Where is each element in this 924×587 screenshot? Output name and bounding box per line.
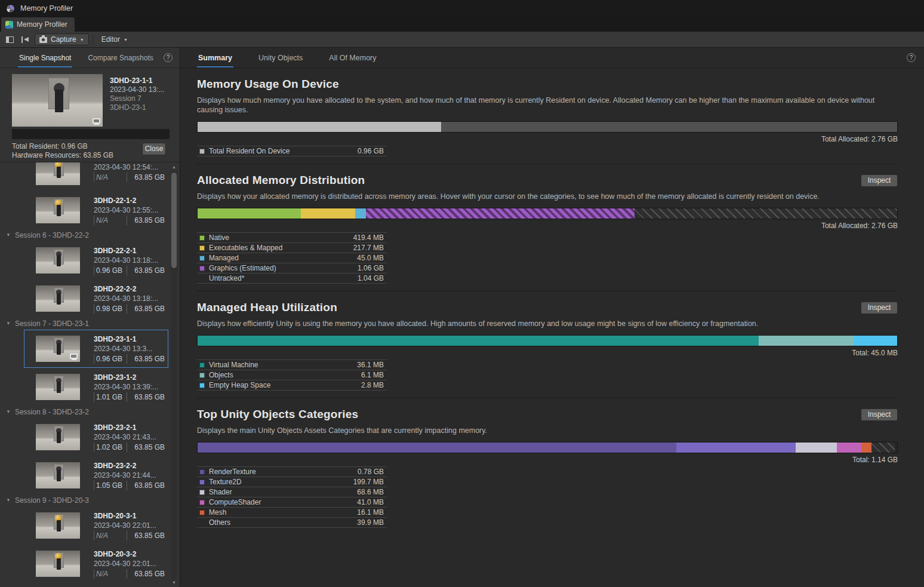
editor-target-dropdown[interactable]: Editor ▼ — [97, 33, 133, 45]
snapshot-item[interactable]: 3DHD-22-2-1 2023-04-30 13:18:... 0.96 GB… — [24, 241, 168, 279]
snapshot-name: 3DHD-20-3-1 — [94, 511, 165, 521]
snapshot-item[interactable]: 2023-04-30 12:54:... N/A 63.85 GB — [24, 162, 168, 191]
session-header[interactable]: ▼ Session 9 - 3DHD-20-3 — [0, 494, 180, 506]
snapshots-sidebar: Single Snapshot Compare Snapshots ? 3DHD… — [0, 48, 180, 587]
sidebar-scrollbar[interactable]: ▲ ▼ — [170, 164, 178, 586]
snapshot-item[interactable]: 3DHD-23-2-1 2023-04-30 21:43... 1.02 GB … — [24, 418, 168, 456]
snapshot-item[interactable]: 3DHD-23-2-2 2023-04-30 21:44... 1.05 GB … — [24, 456, 168, 494]
legend-row-others[interactable]: Others 39.9 MB — [197, 518, 387, 528]
legend-row-computeshader[interactable]: ComputeShader 41.0 MB — [197, 497, 387, 508]
toggle-details-panel-button[interactable] — [2, 33, 17, 46]
legend-row-objects[interactable]: Objects 6.1 MB — [197, 370, 387, 380]
snapshot-resident-value: 0.96 GB — [94, 354, 127, 364]
total-label: Total: 45.0 MB — [197, 349, 898, 357]
snapshot-item-selected[interactable]: 3DHD-23-1-1 2023-04-30 13:3... 0.96 GB 6… — [24, 330, 168, 368]
bar-segment-managed[interactable] — [355, 208, 366, 219]
snapshot-hardware-value: 63.85 GB — [127, 354, 165, 364]
legend-row-native[interactable]: Native 419.4 MB — [197, 233, 387, 243]
main-help-icon[interactable]: ? — [907, 53, 916, 62]
close-button[interactable]: Close — [142, 143, 166, 155]
snapshot-hardware-value: 63.85 GB — [127, 531, 165, 540]
session-header[interactable]: ▼ Session 7 - 3DHD-23-1 — [0, 318, 180, 330]
bar-segment-rendertexture[interactable] — [198, 442, 676, 453]
bar-segment-mesh[interactable] — [861, 442, 871, 453]
window-content: Single Snapshot Compare Snapshots ? 3DHD… — [0, 48, 924, 587]
legend-row-texture2d[interactable]: Texture2D 199.7 MB — [197, 477, 387, 487]
bar-segment-others[interactable] — [871, 442, 895, 453]
tab-summary[interactable]: Summary — [197, 48, 233, 67]
preview-figure-body — [55, 90, 63, 112]
tab-compare-snapshots[interactable]: Compare Snapshots — [87, 48, 154, 67]
legend-label: Texture2D — [209, 478, 242, 486]
snapshot-item[interactable]: 3DHD-23-1-2 2023-04-30 13:39:... 1.01 GB… — [24, 368, 168, 406]
legend-label: Objects — [209, 371, 233, 379]
capture-button[interactable]: Capture ▼ — [35, 33, 89, 45]
dock-tab-memory-profiler[interactable]: Memory Profiler — [1, 17, 75, 32]
scrollbar-thumb[interactable] — [171, 173, 177, 268]
foldout-arrow-icon[interactable]: ▼ — [6, 410, 11, 414]
session-header[interactable]: ▼ Session 8 - 3DHD-23-2 — [0, 406, 180, 418]
foldout-arrow-icon[interactable]: ▼ — [6, 498, 11, 503]
total-allocated-label: Total Allocated: 2.76 GB — [197, 222, 898, 230]
legend-row-executables-mapped[interactable]: Executables & Mapped 217.7 MB — [197, 243, 387, 253]
snapshot-name: 3DHD-23-2-2 — [94, 461, 165, 471]
bar-segment-objects[interactable] — [759, 336, 854, 346]
bar-segment-executables-mapped[interactable] — [301, 208, 355, 219]
legend-label: Graphics (Estimated) — [209, 264, 276, 272]
bar-segment-resident[interactable] — [198, 122, 441, 132]
legend-value: 419.4 MB — [353, 233, 384, 242]
foldout-arrow-icon[interactable]: ▼ — [6, 233, 11, 238]
session-header[interactable]: ▼ Session 6 - 3DHD-22-2 — [0, 229, 180, 241]
snapshot-item[interactable]: 3DHD-22-1-2 2023-04-30 12:55:... N/A 63.… — [24, 191, 168, 229]
bar-segment-native[interactable] — [198, 208, 301, 219]
legend-value: 217.7 MB — [353, 244, 384, 252]
panel-layout-icon — [6, 36, 14, 43]
snapshot-item[interactable]: 3DHD-22-2-2 2023-04-30 13:18:... 0.98 GB… — [24, 279, 168, 318]
bar-segment-untracked[interactable] — [635, 208, 897, 219]
scroll-down-arrow-icon[interactable]: ▼ — [172, 579, 176, 586]
snapshot-item[interactable]: 3DHD-20-3-1 2023-04-30 22:01... N/A 63.8… — [24, 506, 168, 545]
legend-row-managed[interactable]: Managed 45.0 MB — [197, 253, 387, 263]
snapshot-hardware-value: 63.85 GB — [127, 569, 165, 579]
bar-segment-virtual-machine[interactable] — [198, 336, 759, 346]
session-label: Session 9 - 3DHD-20-3 — [15, 496, 89, 505]
bar-segment-empty-heap-space[interactable] — [854, 336, 897, 346]
legend-row-shader[interactable]: Shader 68.6 MB — [197, 487, 387, 497]
capture-dropdown-caret-icon[interactable]: ▼ — [80, 38, 84, 42]
bar-segment-texture2d[interactable] — [676, 442, 796, 453]
legend-row-mesh[interactable]: Mesh 16.1 MB — [197, 508, 387, 518]
snapshot-product: 3DHD-23-1 — [110, 103, 170, 112]
inspect-button[interactable]: Inspect — [861, 302, 898, 314]
import-snapshot-button[interactable] — [19, 33, 33, 46]
managed-heap-bar — [197, 335, 898, 346]
scroll-up-arrow-icon[interactable]: ▲ — [172, 164, 176, 170]
foldout-arrow-icon[interactable]: ▼ — [6, 321, 11, 326]
legend-row-virtual-machine[interactable]: Virtual Machine 36.1 MB — [197, 360, 387, 370]
legend-row-empty-heap-space[interactable]: Empty Heap Space 2.8 MB — [197, 380, 387, 391]
snapshot-item[interactable]: 3DHD-20-3-2 2023-04-30 22:01... N/A 63.8… — [24, 545, 168, 583]
tab-unity-objects[interactable]: Unity Objects — [257, 48, 304, 67]
inspect-button[interactable]: Inspect — [861, 174, 898, 187]
snapshot-meta: 3DHD-22-2-1 2023-04-30 13:18:... 0.96 GB… — [94, 246, 165, 275]
legend-row-rendertexture[interactable]: RenderTexture 0.78 GB — [197, 467, 387, 477]
bar-segment-allocated-remainder[interactable] — [441, 122, 897, 132]
sidebar-help-icon[interactable]: ? — [164, 53, 173, 62]
legend-row-graphics-estimated[interactable]: Graphics (Estimated) 1.06 GB — [197, 263, 387, 273]
tab-single-snapshot[interactable]: Single Snapshot — [18, 48, 72, 67]
camera-icon — [39, 37, 47, 43]
snapshot-hardware-value: 63.85 GB — [127, 173, 165, 182]
total-allocated-label: Total Allocated: 2.76 GB — [197, 135, 898, 143]
legend-row-untracked[interactable]: Untracked* 1.04 GB — [197, 273, 387, 284]
bar-segment-shader[interactable] — [796, 442, 837, 453]
snapshot-card-stats: Total Resident: 0.96 GB Hardware Resourc… — [12, 142, 170, 160]
bar-segment-graphics-estimated[interactable] — [366, 208, 635, 219]
legend-swatch — [199, 469, 205, 475]
bar-segment-computeshader[interactable] — [837, 442, 861, 453]
snapshot-resident-value: N/A — [94, 173, 127, 182]
snapshot-hardware-value: 63.85 GB — [127, 481, 165, 490]
scrollbar-track[interactable] — [171, 170, 177, 579]
legend-row-total-resident[interactable]: Total Resident On Device 0.96 GB — [197, 146, 387, 156]
snapshot-meta: 3DHD-22-1-2 2023-04-30 12:55:... N/A 63.… — [94, 196, 165, 225]
tab-all-of-memory[interactable]: All Of Memory — [328, 48, 377, 67]
inspect-button[interactable]: Inspect — [861, 408, 898, 421]
